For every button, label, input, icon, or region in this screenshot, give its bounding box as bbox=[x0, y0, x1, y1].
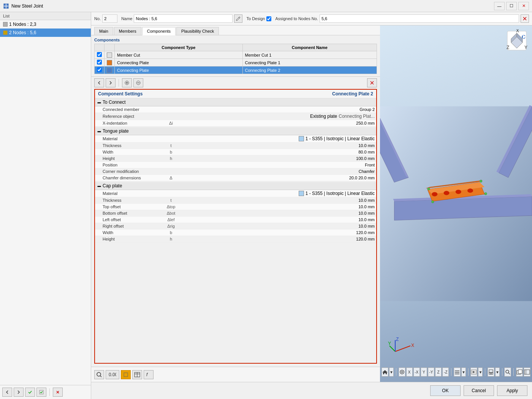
vp-btn-home[interactable] bbox=[382, 367, 388, 377]
toolbar-btn-value[interactable]: 0.00 bbox=[106, 370, 119, 379]
vp-btn-dropdown2[interactable]: ▼ bbox=[461, 367, 466, 377]
vp-sep4 bbox=[485, 368, 485, 376]
vp-btn-z-neg[interactable]: -Z bbox=[442, 367, 449, 377]
sidebar-btn-check-outline[interactable] bbox=[36, 388, 46, 397]
comp-btn-add[interactable] bbox=[122, 78, 132, 87]
to-design-checkbox[interactable] bbox=[266, 16, 271, 21]
val-connected-member[interactable]: Group 2 bbox=[179, 107, 376, 112]
val-tongue-height[interactable]: 100.0 mm bbox=[179, 156, 376, 161]
comp-row-1[interactable]: Member Cut Member Cut 1 bbox=[95, 51, 377, 59]
setting-chamfer-dim: Chamfer dimensions Δ 20.0 20.0 mm bbox=[95, 175, 376, 181]
val-cap-thickness[interactable]: 10.0 mm bbox=[179, 198, 376, 203]
val-cap-width[interactable]: 120.0 mm bbox=[179, 230, 376, 235]
val-chamfer-dim[interactable]: 20.0 20.0 mm bbox=[179, 176, 376, 180]
vp-btn-dropdown[interactable]: ▼ bbox=[389, 367, 394, 377]
val-corner-mod[interactable]: Chamfer bbox=[179, 169, 376, 174]
comp-check-3[interactable] bbox=[97, 67, 102, 72]
maximize-button[interactable]: ☐ bbox=[506, 2, 517, 10]
viewport[interactable]: Z Y X ▶ X Y Z bbox=[380, 25, 532, 382]
vp-btn-search[interactable] bbox=[504, 367, 511, 377]
label-tongue-width: Width bbox=[95, 150, 163, 154]
label-cap-right: Right offset bbox=[95, 224, 163, 228]
toolbar-btn-fill[interactable] bbox=[121, 370, 131, 379]
tab-plausibility[interactable]: Plausibility Check bbox=[176, 27, 219, 35]
name-input[interactable] bbox=[134, 14, 233, 23]
sidebar-btn-check-green[interactable] bbox=[25, 388, 35, 397]
setting-connected-member: Connected member Group 2 bbox=[95, 106, 376, 113]
bottom-toolbar: 0.00 f bbox=[91, 367, 380, 382]
val-tongue-thickness[interactable]: 10.0 mm bbox=[179, 143, 376, 148]
svg-line-45 bbox=[395, 346, 410, 352]
svg-rect-66 bbox=[518, 370, 522, 374]
svg-line-11 bbox=[100, 376, 101, 377]
cancel-button[interactable]: Cancel bbox=[464, 385, 494, 396]
right-panel: No. Name To Design Assigned to Nodes No. bbox=[91, 12, 532, 399]
svg-text:X: X bbox=[516, 29, 519, 33]
sidebar-btn-delete[interactable] bbox=[53, 388, 63, 397]
val-cap-height[interactable]: 120.0 mm bbox=[179, 237, 376, 241]
group-tongue-plate-header[interactable]: ▬ Tongue plate bbox=[95, 127, 376, 135]
comp-row-2[interactable]: Connecting Plate Connecting Plate 1 bbox=[95, 59, 377, 66]
val-x-indentation[interactable]: 250.0 mm bbox=[179, 121, 376, 125]
comp-btn-delete[interactable] bbox=[367, 78, 377, 87]
tab-main[interactable]: Main bbox=[94, 27, 113, 35]
vp-btn-print[interactable] bbox=[488, 367, 494, 377]
sidebar-btn-arrow-right[interactable] bbox=[14, 388, 24, 397]
assigned-clear-button[interactable] bbox=[521, 14, 529, 23]
minimize-button[interactable]: — bbox=[494, 2, 505, 10]
vp-sep2 bbox=[451, 368, 451, 376]
axes-svg: X Y Z bbox=[388, 336, 414, 359]
vp-btn-layers[interactable] bbox=[454, 367, 461, 377]
vp-btn-x-neg[interactable]: -X bbox=[413, 367, 420, 377]
name-edit-button[interactable] bbox=[234, 14, 242, 23]
comp-btn-arrow-left[interactable] bbox=[94, 78, 104, 87]
vp-btn-dropdown3[interactable]: ▼ bbox=[478, 367, 483, 377]
close-button[interactable]: ✕ bbox=[518, 2, 529, 10]
vp-btn-dropdown4[interactable]: ▼ bbox=[495, 367, 500, 377]
tab-members[interactable]: Members bbox=[114, 27, 141, 35]
vp-btn-y-neg[interactable]: -Y bbox=[428, 367, 434, 377]
comp-btn-remove[interactable] bbox=[133, 78, 143, 87]
no-input[interactable] bbox=[102, 14, 117, 23]
sidebar-btn-arrow-left[interactable] bbox=[2, 388, 12, 397]
assigned-input[interactable] bbox=[320, 14, 519, 23]
val-cap-bottom[interactable]: 10.0 mm bbox=[179, 211, 376, 215]
sym-cap-width: b bbox=[163, 230, 179, 235]
toolbar-btn-zoom[interactable] bbox=[94, 370, 104, 379]
label-x-indentation: X-indentation bbox=[95, 121, 163, 125]
val-cap-left[interactable]: 10.0 mm bbox=[179, 217, 376, 222]
comp-row-3[interactable]: Connecting Plate Connecting Plate 2 bbox=[95, 66, 377, 74]
sidebar-label-2: 2 Nodes : 5,6 bbox=[9, 30, 36, 35]
comp-check-2[interactable] bbox=[97, 60, 102, 65]
apply-button[interactable]: Apply bbox=[497, 385, 527, 396]
ok-button[interactable]: OK bbox=[430, 385, 461, 396]
comp-check-1[interactable] bbox=[97, 52, 102, 57]
val-reference-object[interactable]: Existing plate Connecting Plat... bbox=[179, 114, 376, 119]
assigned-label: Assigned to Nodes No. bbox=[275, 16, 318, 21]
val-tongue-material[interactable]: 1 - S355 | Isotropic | Linear Elastic bbox=[179, 136, 376, 141]
group-cap-plate-header[interactable]: ▬ Cap plate bbox=[95, 182, 376, 190]
val-tongue-position[interactable]: Front bbox=[179, 163, 376, 167]
toolbar-btn-table[interactable] bbox=[132, 370, 142, 379]
vp-btn-view[interactable] bbox=[399, 367, 405, 377]
vp-btn-render[interactable] bbox=[470, 367, 477, 377]
sidebar-item-1[interactable]: 1 Nodes : 2,3 bbox=[0, 20, 91, 28]
tab-components[interactable]: Components bbox=[142, 27, 176, 35]
vp-btn-z[interactable]: Z bbox=[435, 367, 442, 377]
vp-btn-expand[interactable] bbox=[524, 367, 530, 377]
settings-scroll[interactable]: ▬ To Connect Connected member Group 2 Re… bbox=[95, 98, 376, 363]
val-cap-top[interactable]: 10.0 mm bbox=[179, 204, 376, 209]
name-field-group: Name bbox=[121, 14, 242, 23]
vp-btn-copy[interactable] bbox=[516, 367, 523, 377]
group-to-connect-header[interactable]: ▬ To Connect bbox=[95, 98, 376, 106]
sidebar-item-2[interactable]: 2 Nodes : 5,6 bbox=[0, 28, 91, 37]
vp-btn-y[interactable]: Y bbox=[421, 367, 427, 377]
cube-widget[interactable]: Z Y X ▶ bbox=[505, 29, 528, 52]
comp-settings: Component Settings Connecting Plate 2 ▬ … bbox=[94, 89, 377, 364]
val-cap-right[interactable]: 10.0 mm bbox=[179, 224, 376, 228]
comp-btn-arrow-right[interactable] bbox=[106, 78, 116, 87]
vp-btn-x[interactable]: X bbox=[406, 367, 413, 377]
toolbar-btn-function[interactable]: f bbox=[144, 370, 154, 379]
val-tongue-width[interactable]: 80.0 mm bbox=[179, 150, 376, 154]
val-cap-material[interactable]: 1 - S355 | Isotropic | Linear Elastic bbox=[179, 191, 376, 196]
